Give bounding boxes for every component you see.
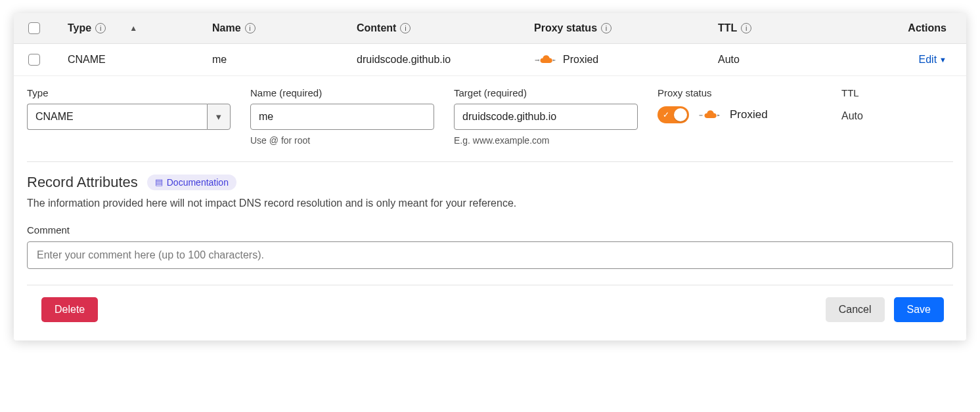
proxy-status: Proxied [534, 53, 718, 66]
sort-caret-icon[interactable]: ▲ [129, 24, 137, 33]
type-label: Type [27, 87, 231, 100]
documentation-label: Documentation [167, 177, 229, 188]
name-label: Name (required) [250, 87, 434, 100]
header-name-label: Name [212, 22, 241, 34]
ttl-value: Auto [841, 110, 920, 122]
cloud-proxied-icon [698, 108, 721, 121]
header-ttl[interactable]: TTL i [718, 22, 849, 34]
edit-button[interactable]: Edit ▼ [919, 54, 947, 66]
field-ttl: TTL Auto [841, 87, 920, 122]
header-actions: Actions [849, 22, 958, 34]
documentation-link[interactable]: ▤ Documentation [147, 175, 236, 190]
target-hint: E.g. www.example.com [454, 135, 638, 146]
proxy-label: Proxy status [657, 87, 822, 100]
target-label: Target (required) [454, 87, 638, 100]
name-input[interactable] [250, 104, 434, 130]
info-icon[interactable]: i [741, 23, 751, 33]
field-proxy: Proxy status ✓ Proxied [657, 87, 822, 123]
proxy-status-text: Proxied [563, 54, 598, 66]
record-attributes-title: Record Attributes [27, 174, 138, 191]
info-icon[interactable]: i [601, 23, 612, 33]
cloud-proxied-icon [534, 53, 556, 66]
header-proxy[interactable]: Proxy status i [534, 22, 718, 34]
header-content[interactable]: Content i [357, 22, 534, 34]
chevron-down-icon: ▾ [216, 111, 221, 123]
form-footer: Delete Cancel Save [27, 297, 953, 329]
toggle-knob [674, 108, 687, 121]
edit-form: Type ▾ Name (required) Use @ for root Ta… [14, 76, 966, 340]
header-actions-label: Actions [908, 22, 947, 34]
header-content-label: Content [357, 22, 396, 34]
header-proxy-label: Proxy status [534, 22, 597, 34]
row-checkbox[interactable] [28, 54, 40, 66]
cell-name: me [212, 54, 357, 66]
proxy-toggle[interactable]: ✓ [657, 106, 689, 123]
dns-records-panel: Type i ▲ Name i Content i Proxy status i… [14, 13, 966, 340]
type-select-input[interactable] [27, 104, 207, 130]
info-icon[interactable]: i [245, 23, 256, 33]
comment-input[interactable] [27, 241, 953, 269]
field-type: Type ▾ [27, 87, 231, 130]
divider [27, 285, 953, 285]
header-name[interactable]: Name i [212, 22, 357, 34]
ttl-label: TTL [841, 87, 920, 100]
check-icon: ✓ [663, 110, 669, 119]
book-icon: ▤ [155, 177, 163, 187]
table-row: CNAME me druidscode.github.io Proxied Au… [14, 44, 966, 76]
cell-ttl: Auto [718, 54, 849, 66]
field-comment: Comment [27, 224, 953, 270]
header-ttl-label: TTL [718, 22, 737, 34]
type-select-caret[interactable]: ▾ [207, 104, 231, 130]
divider [27, 161, 953, 162]
field-name: Name (required) Use @ for root [250, 87, 434, 146]
name-hint: Use @ for root [250, 135, 434, 146]
caret-down-icon: ▼ [939, 56, 947, 64]
delete-button[interactable]: Delete [41, 297, 98, 322]
info-icon[interactable]: i [95, 23, 106, 33]
type-select[interactable]: ▾ [27, 104, 231, 130]
select-all-checkbox[interactable] [28, 22, 40, 34]
cell-type: CNAME [68, 54, 212, 66]
comment-label: Comment [27, 224, 953, 237]
proxy-state-text: Proxied [730, 108, 768, 121]
target-input[interactable] [454, 104, 638, 130]
edit-label: Edit [919, 54, 937, 66]
header-type-label: Type [68, 22, 91, 34]
field-target: Target (required) E.g. www.example.com [454, 87, 638, 146]
header-type[interactable]: Type i ▲ [68, 22, 212, 34]
table-header: Type i ▲ Name i Content i Proxy status i… [14, 13, 966, 44]
info-icon[interactable]: i [400, 23, 411, 33]
cancel-button[interactable]: Cancel [826, 297, 885, 322]
cell-content: druidscode.github.io [357, 54, 534, 66]
attributes-description: The information provided here will not i… [27, 197, 953, 209]
save-button[interactable]: Save [894, 297, 944, 322]
